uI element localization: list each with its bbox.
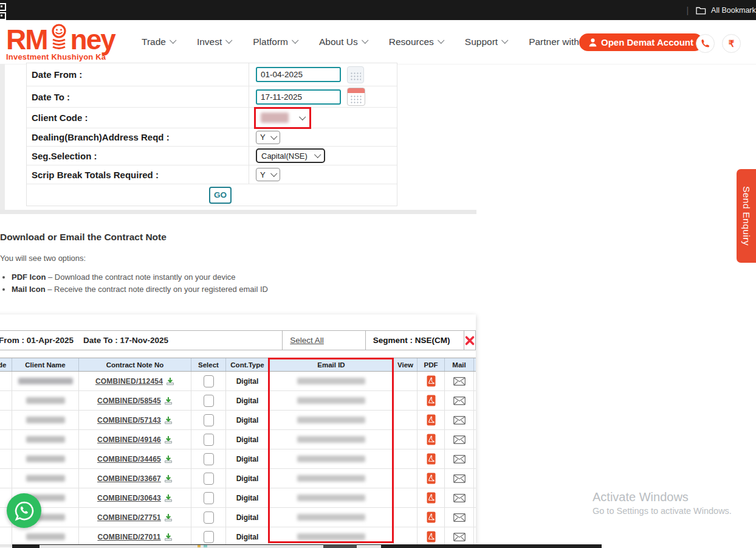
pdf-icon[interactable] [427, 473, 436, 484]
table-body: COMBINED/112454 Digital [0, 372, 476, 547]
mail-envelope-icon[interactable] [453, 533, 466, 541]
cont-type-value: Digital [236, 474, 259, 483]
pdf-icon[interactable] [427, 453, 436, 465]
select-checkbox[interactable] [204, 453, 214, 465]
download-icon[interactable] [164, 533, 173, 541]
mail-envelope-icon[interactable] [453, 455, 466, 463]
pdf-icon[interactable] [427, 395, 436, 406]
table-row: COMBINED/49146 Digital [0, 430, 476, 449]
pdf-icon[interactable] [427, 492, 436, 504]
select-checkbox[interactable] [204, 395, 214, 407]
date-to-input[interactable] [256, 89, 341, 105]
contract-note-link[interactable]: COMBINED/49146 [97, 435, 161, 444]
nav-item-label: About Us [319, 36, 358, 47]
highlight-rectangle [254, 107, 311, 129]
contract-note-link[interactable]: COMBINED/33667 [97, 474, 161, 483]
mail-envelope-icon[interactable] [453, 435, 466, 444]
calendar-icon[interactable] [347, 66, 364, 83]
cont-type-cell: Digital [226, 449, 269, 468]
nav-item[interactable]: Platform [253, 36, 297, 47]
segment-label: Segment : NSE(CM) [373, 336, 450, 345]
nav-item[interactable]: About Us [319, 36, 367, 47]
form-row-dealing-address: Dealing(Branch)Address Reqd : Y [27, 128, 397, 147]
mail-envelope-icon[interactable] [453, 474, 466, 483]
download-icon[interactable] [164, 455, 173, 463]
download-icon[interactable] [164, 474, 173, 483]
phone-button[interactable] [696, 34, 715, 53]
select-checkbox[interactable] [204, 473, 214, 485]
contract-note-link[interactable]: COMBINED/57143 [97, 416, 161, 425]
pdf-icon[interactable] [427, 375, 436, 387]
email-id-cell [269, 488, 394, 507]
contract-note-link[interactable]: COMBINED/34465 [97, 455, 161, 463]
contract-note-link[interactable]: COMBINED/58545 [97, 397, 161, 405]
nav-item[interactable]: Support [465, 36, 507, 47]
download-icon[interactable] [164, 494, 173, 502]
contract-note-link[interactable]: COMBINED/112454 [95, 377, 163, 386]
pdf-cell [418, 527, 445, 546]
separator: | [686, 5, 689, 15]
redacted-client-name [18, 378, 73, 384]
close-results-button[interactable] [464, 331, 475, 350]
select-checkbox[interactable] [204, 492, 214, 504]
client-code-cell [0, 411, 12, 429]
select-checkbox[interactable] [204, 531, 214, 543]
cont-type-cell: Digital [226, 372, 269, 390]
redacted-client-name [26, 397, 65, 404]
open-demat-account-button[interactable]: Open Demat Account [579, 33, 703, 51]
mail-envelope-icon[interactable] [453, 416, 466, 425]
cont-type-value: Digital [236, 533, 259, 541]
download-icon[interactable] [164, 416, 173, 425]
date-from-input[interactable] [256, 67, 341, 82]
select-checkbox[interactable] [204, 414, 214, 426]
client-code-select[interactable] [258, 111, 307, 125]
pdf-icon[interactable] [427, 531, 436, 543]
contract-note-link[interactable]: COMBINED/30643 [97, 494, 161, 502]
select-checkbox[interactable] [204, 512, 214, 524]
nav-item[interactable]: Invest [197, 36, 231, 47]
download-icon[interactable] [164, 397, 173, 405]
grid-icon[interactable] [0, 3, 6, 21]
select-cell [191, 372, 226, 390]
nav-item[interactable]: Resources [389, 36, 443, 47]
bullet-bold: PDF Icon [12, 272, 46, 282]
dealing-address-select[interactable]: Y [256, 131, 280, 144]
select-cell [191, 391, 226, 410]
rmoney-logo[interactable]: RM ney Investment Khushiyon Ka [6, 24, 115, 61]
download-icon[interactable] [166, 377, 174, 386]
contract-note-link[interactable]: COMBINED/27751 [97, 513, 161, 522]
select-checkbox[interactable] [204, 434, 214, 446]
view-cell [394, 430, 418, 449]
select-cell [191, 469, 226, 488]
select-cell [191, 527, 226, 546]
scrip-break-select[interactable]: Y [256, 168, 280, 181]
calendar-icon[interactable] [347, 88, 365, 106]
seg-selection-select[interactable]: Capital(NSE) [256, 148, 325, 163]
mail-envelope-icon[interactable] [453, 494, 466, 502]
next-section-peek [12, 544, 602, 548]
pdf-icon[interactable] [427, 512, 436, 523]
close-x-icon [464, 335, 475, 346]
send-enquiry-tab[interactable]: Send Enquiry [737, 169, 756, 263]
pdf-cell [418, 391, 445, 410]
pdf-icon[interactable] [427, 434, 436, 445]
all-bookmarks-button[interactable]: | All Bookmarks [686, 0, 756, 20]
chevron-down-icon [225, 37, 232, 44]
contract-note-link[interactable]: COMBINED/27011 [97, 533, 160, 541]
mail-cell [445, 527, 474, 546]
download-icon[interactable] [164, 513, 173, 522]
email-id-cell [269, 508, 394, 527]
select-checkbox[interactable] [204, 375, 214, 387]
pdf-icon[interactable] [427, 414, 436, 426]
pay-rupee-button[interactable]: ₹ [722, 34, 741, 53]
nav-item-label: Support [465, 36, 498, 47]
column-header: Mail [445, 358, 474, 371]
nav-item[interactable]: Trade [142, 36, 175, 47]
download-icon[interactable] [164, 435, 173, 444]
mail-envelope-icon[interactable] [453, 513, 466, 522]
mail-envelope-icon[interactable] [453, 377, 466, 386]
select-all-link[interactable]: Select All [290, 336, 324, 345]
mail-envelope-icon[interactable] [453, 397, 466, 405]
go-button[interactable]: GO [209, 187, 232, 204]
whatsapp-button[interactable] [7, 493, 41, 528]
